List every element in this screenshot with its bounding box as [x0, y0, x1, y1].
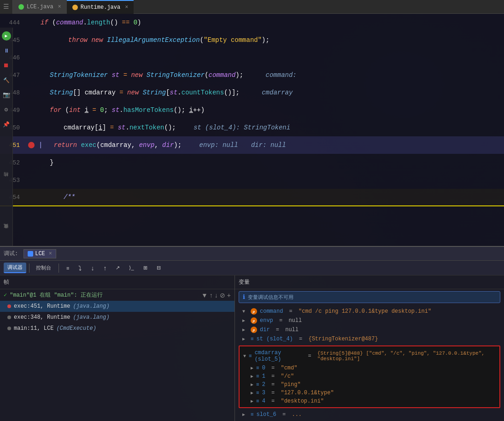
item-1-index: 1: [262, 373, 265, 380]
item-2-eq: =: [268, 381, 278, 388]
console-tab-btn[interactable]: 控制台: [32, 263, 55, 273]
pin-icon[interactable]: 📌: [2, 120, 11, 129]
var-envp-name: envp: [260, 317, 273, 324]
thread-filter-btn[interactable]: ⊘: [220, 292, 225, 299]
debug-panel: 调试: LCE × 调试器 控制台 ≡ ⤵ ↓ ↑ ↗ ⟩_ ⊞ ⊟: [0, 246, 504, 421]
info-text: 变量调试信息不可用: [248, 294, 293, 301]
frame-dot-2: [7, 327, 11, 330]
frame-dot-0: [7, 304, 11, 308]
favorites-icon[interactable]: 收藏夹: [3, 223, 10, 241]
debugger-tab-btn[interactable]: 调试器: [4, 263, 26, 273]
cmdarray-value: {String[5]@488} ["cmd", "/c", "ping", "1…: [317, 351, 496, 362]
var-slot6-value: ...: [292, 411, 302, 418]
var-dir-name: dir: [260, 327, 270, 333]
item-4-expand[interactable]: ▶: [251, 398, 253, 404]
cmdarray-header[interactable]: ▼ ≡ cmdarray (slot_5) = {String[5]@488} …: [241, 348, 498, 364]
thread-add-btn[interactable]: +: [227, 292, 231, 299]
var-slot6-icon: ≡: [251, 412, 254, 417]
cmdarray-expand-icon[interactable]: ▼: [243, 354, 246, 359]
camera-icon[interactable]: 📷: [2, 90, 11, 99]
settings-icon[interactable]: ⚙: [2, 105, 11, 114]
var-envp-value: null: [288, 317, 302, 324]
var-st-expand[interactable]: ▶: [242, 336, 248, 342]
var-st[interactable]: ▶ ≡ st (slot_4) = {StringTokenizer@487}: [235, 334, 504, 344]
step-into-btn[interactable]: ↓: [87, 263, 98, 273]
code-line-453: 453: [0, 171, 504, 189]
array-item-2[interactable]: ▶ ≡ 2 = "ping": [241, 380, 498, 389]
var-command-expand[interactable]: ▼: [242, 309, 248, 314]
var-dir-icon: p: [251, 327, 257, 333]
array-item-0[interactable]: ▶ ≡ 0 = "cmd": [241, 364, 498, 372]
frames-btn[interactable]: ⊞: [140, 263, 151, 272]
var-command-icon: p: [251, 308, 257, 315]
item-3-expand[interactable]: ▶: [251, 390, 253, 396]
left-sidebar: ▶ ⏸ ⏹ 🔨 📷 ⚙ 📌 结构 收藏夹: [0, 28, 13, 246]
structure-icon[interactable]: 结构: [3, 171, 10, 190]
var-envp-expand[interactable]: ▶: [242, 318, 248, 323]
item-1-eq: =: [268, 373, 278, 380]
step-over-btn[interactable]: ⤵: [75, 263, 85, 273]
var-command[interactable]: ▼ p command = "cmd /c ping 127.0.0.1&typ…: [235, 307, 504, 316]
var-envp[interactable]: ▶ p envp = null: [235, 316, 504, 325]
breakpoint-451[interactable]: [28, 142, 35, 148]
run-icon[interactable]: ▶: [2, 31, 11, 41]
frame-item-1[interactable]: exec:348, Runtime (java.lang): [0, 312, 234, 323]
threads-btn[interactable]: ⊟: [153, 263, 164, 272]
tab-lce-close[interactable]: ×: [58, 4, 61, 10]
frame-item-2[interactable]: main:11, LCE (CmdExecute): [0, 323, 234, 334]
step-out-btn[interactable]: ↑: [100, 263, 110, 273]
var-slot6-name: slot_6: [257, 411, 276, 418]
tab-runtime-java[interactable]: Runtime.java ×: [67, 0, 134, 14]
debug-session-tab[interactable]: LCE ×: [23, 249, 56, 258]
vars-list: ▼ p command = "cmd /c ping 127.0.0.1&typ…: [235, 305, 504, 421]
debug-toolbar: 调试器 控制台 ≡ ⤵ ↓ ↑ ↗ ⟩_ ⊞ ⊟: [0, 261, 504, 275]
frame-text-2: main:11, LCE: [14, 325, 53, 332]
item-3-eq: =: [268, 390, 278, 396]
frame-dot-1: [7, 316, 11, 319]
cmdarray-name: cmdarray (slot_5): [255, 350, 302, 363]
tab-runtime-close[interactable]: ×: [125, 4, 128, 11]
var-slot6-expand[interactable]: ▶: [242, 412, 248, 417]
evaluate-btn[interactable]: ⟩_: [125, 263, 137, 272]
item-2-expand[interactable]: ▶: [251, 382, 253, 387]
session-close[interactable]: ×: [49, 251, 52, 257]
item-1-expand[interactable]: ▶: [251, 374, 253, 379]
sidebar-toggle-icon[interactable]: ☰: [3, 3, 9, 11]
var-dir-expand[interactable]: ▶: [242, 327, 248, 333]
var-dir[interactable]: ▶ p dir = null: [235, 325, 504, 334]
pause-icon[interactable]: ⏸: [2, 46, 11, 55]
toolbar-divider-1: [29, 263, 29, 273]
var-envp-eq: =: [276, 317, 286, 324]
vars-label: 变量: [239, 279, 250, 286]
thread-expand-btn[interactable]: ↓: [215, 292, 218, 299]
thread-collapse-btn[interactable]: ↑: [210, 292, 213, 299]
info-box: ℹ 变量调试信息不可用: [239, 291, 500, 303]
info-icon: ℹ: [243, 293, 245, 301]
var-st-name: st (slot_4): [257, 336, 293, 342]
vars-header: 变量: [235, 275, 504, 289]
array-item-4[interactable]: ▶ ≡ 4 = "desktop.ini": [241, 397, 498, 405]
tab-lce-java[interactable]: LCE.java ×: [13, 0, 67, 14]
run-to-cursor-btn[interactable]: ↗: [112, 263, 123, 272]
cmdarray-list-icon: ≡: [249, 353, 252, 359]
var-command-eq: =: [286, 308, 296, 315]
play-button[interactable]: ▶: [2, 31, 11, 41]
var-slot6[interactable]: ▶ ≡ slot_6 = ...: [235, 410, 504, 419]
array-item-3[interactable]: ▶ ≡ 3 = "127.0.0.1&type": [241, 389, 498, 397]
build-icon[interactable]: 🔨: [2, 76, 11, 85]
item-2-index: 2: [262, 381, 265, 388]
frame-class-0: (java.lang): [73, 303, 109, 310]
line-num-444: 444: [9, 19, 20, 26]
item-0-list-icon: ≡: [256, 365, 259, 371]
code-line-448: 448 String[] cmdarray = new String[st.co…: [0, 84, 504, 101]
array-item-1[interactable]: ▶ ≡ 1 = "/c": [241, 372, 498, 380]
thread-up-btn[interactable]: ▼: [201, 292, 208, 299]
debug-tab-bar: 调试: LCE ×: [0, 247, 504, 261]
pause-button[interactable]: ⏸: [2, 46, 11, 55]
item-1-list-icon: ≡: [256, 374, 259, 379]
item-0-expand[interactable]: ▶: [251, 365, 253, 371]
code-line-452: 452 }: [0, 154, 504, 171]
menu-btn[interactable]: ≡: [63, 264, 73, 272]
frame-item-0[interactable]: exec:451, Runtime (java.lang): [0, 301, 234, 312]
stop-icon[interactable]: ⏹: [2, 61, 11, 70]
